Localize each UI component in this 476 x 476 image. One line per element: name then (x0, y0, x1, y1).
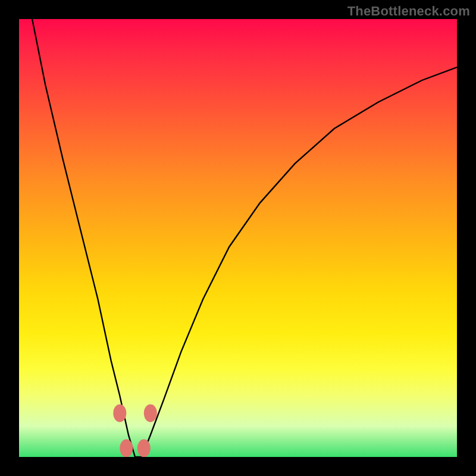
curve-overlay (19, 19, 457, 457)
curve-marker (113, 404, 126, 422)
curve-marker (137, 439, 151, 457)
curve-marker (144, 404, 157, 422)
bottleneck-curve (32, 19, 457, 457)
curve-marker (120, 439, 133, 457)
outer-black-frame: TheBottleneck.com (0, 0, 476, 476)
plot-area (19, 19, 457, 457)
watermark-text: TheBottleneck.com (347, 4, 470, 19)
curve-markers (113, 404, 156, 457)
